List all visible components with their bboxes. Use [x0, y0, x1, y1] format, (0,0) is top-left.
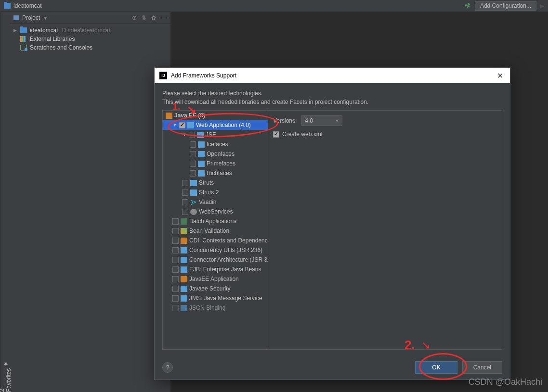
checkbox-connector[interactable] — [172, 257, 179, 263]
fw-javaee[interactable]: Java EE (8) — [163, 111, 268, 120]
scratches-label: Scratches and Consoles — [30, 44, 92, 51]
checkbox-webservices[interactable] — [182, 209, 188, 215]
framework-icon — [181, 286, 187, 292]
left-tool-tab[interactable]: 1: Project — [0, 12, 10, 392]
checkbox-jsf[interactable] — [189, 132, 195, 138]
dropdown-icon[interactable]: ▼ — [43, 15, 48, 21]
checkbox-ejb[interactable] — [172, 266, 179, 273]
main-toolbar: ideatomcat ⚒ Add Configuration... ▶ — [0, 0, 548, 12]
fw-cdi[interactable]: CDI: Contexts and Dependency Injection — [163, 236, 268, 245]
ok-button[interactable]: OK — [415, 361, 457, 374]
ext-libs-label: External Libraries — [30, 36, 75, 42]
dialog-title: Add Frameworks Support — [171, 72, 236, 79]
jsf-icon — [197, 132, 204, 138]
fw-openfaces[interactable]: Openfaces — [163, 149, 268, 159]
fw-connector[interactable]: Connector Architecture (JSR 322) — [163, 255, 268, 265]
intellij-icon: IJ — [159, 72, 167, 79]
hide-icon[interactable]: — — [161, 14, 167, 21]
checkbox-struts[interactable] — [182, 180, 188, 186]
favorites-tool-tab[interactable]: 2: Favorites ★ — [0, 361, 10, 392]
project-panel-title[interactable]: Project — [22, 14, 40, 21]
checkbox-json[interactable] — [172, 305, 179, 311]
cdi-icon — [181, 238, 187, 244]
project-panel: Project ▼ ⊕ ⇅ ✿ — ▶ ideatomcat D:\idea\i… — [10, 12, 171, 392]
collapse-arrow-icon[interactable]: ▼ — [172, 123, 177, 127]
fw-jsf[interactable]: ▼ JSF — [163, 130, 268, 139]
cancel-button[interactable]: Cancel — [462, 361, 502, 374]
checkbox-webapp[interactable] — [179, 122, 185, 128]
framework-icon — [181, 305, 187, 311]
vaadin-icon: }> — [190, 199, 197, 205]
settings-icon[interactable]: ✿ — [151, 14, 156, 21]
fw-primefaces[interactable]: Primefaces — [163, 159, 268, 168]
expand-arrow-icon[interactable]: ▶ — [13, 28, 18, 33]
fw-ejb[interactable]: EJB: Enterprise Java Beans — [163, 265, 268, 274]
tree-root[interactable]: ▶ ideatomcat D:\idea\ideatomcat — [10, 26, 170, 35]
expand-icon[interactable]: ⇅ — [142, 14, 146, 21]
frameworks-list[interactable]: Java EE (8) ▼ Web Application (4.0) ▼ JS… — [162, 110, 268, 350]
framework-icon — [181, 247, 187, 253]
checkbox-create-webxml[interactable] — [273, 131, 279, 138]
collapse-arrow-icon[interactable]: ▼ — [182, 132, 187, 137]
checkbox-primefaces[interactable] — [190, 161, 196, 167]
dropdown-icon: ▼ — [335, 118, 339, 123]
fw-bean[interactable]: Bean Validation — [163, 226, 268, 236]
fw-webservices[interactable]: WebServices — [163, 207, 268, 216]
root-label: ideatomcat — [30, 27, 58, 34]
framework-icon — [198, 161, 205, 167]
fw-richfaces[interactable]: Richfaces — [163, 168, 268, 178]
checkbox-javaee-app[interactable] — [172, 276, 179, 282]
fw-vaadin[interactable]: }> Vaadin — [163, 197, 268, 207]
fw-web-application[interactable]: ▼ Web Application (4.0) — [163, 120, 268, 130]
webservices-icon — [190, 209, 197, 215]
framework-icon — [198, 151, 205, 157]
folder-icon — [4, 3, 11, 9]
project-panel-header: Project ▼ ⊕ ⇅ ✿ — — [10, 12, 170, 24]
fw-struts2[interactable]: Struts 2 — [163, 188, 268, 197]
framework-options: Versions: 4.0 ▼ Create web.xml — [268, 110, 502, 350]
checkbox-richfaces[interactable] — [190, 170, 196, 177]
help-button[interactable]: ? — [162, 362, 173, 373]
fw-jms[interactable]: JMS: Java Message Service — [163, 293, 268, 303]
struts-icon — [190, 190, 197, 196]
fw-batch[interactable]: Batch Applications — [163, 216, 268, 226]
add-configuration-button[interactable]: Add Configuration... — [475, 1, 536, 11]
project-icon — [13, 15, 19, 20]
fw-javaee-sec[interactable]: Javaee Security — [163, 284, 268, 293]
checkbox-icefaces[interactable] — [190, 141, 196, 148]
build-icon[interactable]: ⚒ — [464, 1, 472, 10]
checkbox-cdi[interactable] — [172, 238, 179, 244]
checkbox-javaee-sec[interactable] — [172, 286, 179, 292]
checkbox-concurrency[interactable] — [172, 247, 179, 253]
scratch-icon — [20, 45, 27, 51]
folder-icon — [20, 27, 27, 33]
framework-icon — [181, 257, 187, 263]
close-icon[interactable]: ✕ — [495, 71, 505, 80]
checkbox-batch[interactable] — [172, 218, 179, 225]
framework-icon — [181, 266, 187, 273]
versions-label: Versions: — [273, 117, 297, 124]
tree-scratches[interactable]: Scratches and Consoles — [10, 43, 170, 52]
fw-struts[interactable]: Struts — [163, 178, 268, 188]
version-select[interactable]: 4.0 ▼ — [301, 115, 342, 126]
dialog-titlebar[interactable]: IJ Add Frameworks Support ✕ — [155, 68, 510, 83]
checkbox-jms[interactable] — [172, 295, 179, 302]
checkbox-vaadin[interactable] — [182, 199, 188, 205]
fw-javaee-app[interactable]: JavaEE Application — [163, 274, 268, 284]
checkbox-openfaces[interactable] — [190, 151, 196, 157]
checkbox-bean[interactable] — [172, 228, 179, 234]
tree-ext-libs[interactable]: External Libraries — [10, 35, 170, 43]
batch-icon — [181, 218, 187, 225]
locate-icon[interactable]: ⊕ — [132, 14, 137, 21]
breadcrumb-project[interactable]: ideatomcat — [13, 2, 42, 9]
checkbox-struts2[interactable] — [182, 190, 188, 196]
framework-icon — [181, 276, 187, 282]
library-icon — [20, 36, 27, 42]
fw-concurrency[interactable]: Concurrency Utils (JSR 236) — [163, 245, 268, 255]
web-icon — [187, 122, 194, 128]
run-icon[interactable]: ▶ — [540, 3, 544, 9]
fw-icefaces[interactable]: Icefaces — [163, 139, 268, 149]
bean-icon — [181, 228, 187, 234]
dialog-description: Please select the desired technologies. … — [162, 89, 502, 106]
fw-json[interactable]: JSON Binding — [163, 303, 268, 313]
